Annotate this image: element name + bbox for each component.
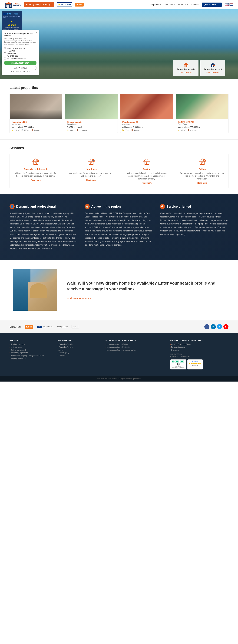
footer-general-title: GENERAL TERMS & CONDITIONS	[170, 340, 229, 341]
footer-nav-item-2[interactable]: › Properties for rent	[58, 346, 99, 348]
footer-service-item-3[interactable]: › Selling your property	[9, 349, 51, 351]
cookie-details-button[interactable]: ▼ DETAILS WEERGEVEN	[4, 71, 36, 73]
partner-vastgoedpro: Vastgoedpro	[57, 326, 68, 328]
partner-funda: funda	[25, 325, 33, 328]
svg-rect-4	[10, 5, 11, 7]
service-readmore-selling[interactable]: Read more	[180, 182, 225, 184]
service-readmore-buying[interactable]: Read more	[124, 182, 169, 184]
property-card-3[interactable]: Merckenburg 36 Amsterdam asking price € …	[120, 94, 173, 133]
latest-properties-title: Latest properties	[9, 86, 229, 90]
cookie-option-3[interactable]: TARGETING	[4, 52, 36, 54]
hero-sale-icon	[177, 62, 195, 67]
flag-nl[interactable]	[230, 3, 233, 6]
footer-general-item-3[interactable]: › Disclaimer	[170, 349, 229, 351]
service-readmore-landlords[interactable]: Read more	[69, 179, 114, 181]
footer-service-item-4[interactable]: › Purchasing a property	[9, 352, 51, 354]
latest-properties-section: Latest properties Heemstede 238 Amstelve…	[0, 79, 238, 140]
mcepi-badge: ★ MCEPI 2024	[57, 2, 72, 7]
service-card-landlords[interactable]: 👤 Landlords Are you looking for a reputa…	[65, 154, 118, 188]
service-card-buying[interactable]: Buying With our knowledge of the local m…	[120, 154, 173, 188]
linkedin-icon[interactable]: in	[211, 324, 216, 329]
nav-services[interactable]: Services ▼	[165, 4, 175, 6]
cookie-option-5[interactable]: NIET-GECLASSIFICEERD	[4, 58, 36, 60]
property-city-2: Amstelveen	[67, 123, 116, 126]
footer-bottom: Powered by Goos & Roos. All rights reser…	[0, 376, 238, 382]
footer-service-item-2[interactable]: › Letting a lease	[9, 346, 51, 348]
service-desc-landlords: Are you looking for a reputable agency t…	[69, 172, 114, 178]
feature-dynamic-title: 👤 Dynamic and professional	[9, 204, 78, 209]
flag-uk[interactable]	[225, 3, 229, 6]
cookie-option-1[interactable]: STRIKT NOODZAKELIJK	[4, 47, 36, 49]
service-card-rental[interactable]: € Property rental search With Amstel Pro…	[9, 154, 62, 188]
nav-contact[interactable]: Contact	[192, 4, 199, 6]
phone-button[interactable]: (+31) 20 561 6211	[202, 2, 222, 7]
footer-navigate-title: NAVIGATE TO	[58, 340, 99, 341]
cookie-accept-button[interactable]: ALLES ACCEPTEREN	[4, 61, 36, 65]
feature-service-title: 👁 Service oriented	[160, 204, 229, 209]
cookie-title: Deze website maakt gebruik van cookies.	[4, 32, 36, 37]
nav-properties[interactable]: Properties ▼	[150, 4, 162, 6]
footer-nav-item-4[interactable]: › Search query	[58, 352, 99, 354]
rental-icon: €	[13, 158, 58, 166]
trustpilot-label: provided by trustpilot	[172, 367, 184, 368]
eye-icon: 👁	[160, 204, 165, 209]
svg-rect-7	[185, 65, 186, 66]
search-profile-image	[13, 269, 57, 311]
service-readmore-rental[interactable]: Read more	[13, 179, 58, 181]
hero-sale-link[interactable]: View properties	[177, 72, 195, 74]
services-section: Services € Property rental search With A…	[0, 140, 238, 194]
social-links: f in t ▶	[204, 324, 229, 329]
footer-services: SERVICES › Renting a property › Letting …	[9, 340, 51, 370]
footer-intl-item-3[interactable]: › Luxury properties international realty…	[106, 349, 164, 351]
footer-service-item-6[interactable]: › Property Appraisals	[9, 358, 51, 360]
property-card-2[interactable]: Eikerodelaan 2 Amstelveen € 8,950 per mo…	[65, 94, 118, 133]
footer-navigate: NAVIGATE TO › Properties for sale › Prop…	[58, 340, 99, 370]
footer-international: INTERNATIONAL REAL ESTATE › Luxury prope…	[106, 340, 164, 370]
svg-rect-14	[34, 161, 38, 164]
svg-rect-20	[91, 163, 92, 164]
features-section: 👤 Dynamic and professional Amstel Proper…	[0, 194, 238, 260]
property-city-1: Amstelveen	[11, 123, 60, 126]
buying-icon	[124, 158, 169, 166]
hero-rent-link[interactable]: View properties	[204, 72, 222, 74]
hero-rent-card[interactable]: € Properties for rent View properties	[200, 60, 225, 76]
footer-nav-item-3[interactable]: › About us	[58, 349, 99, 351]
cookie-option-2[interactable]: PRESTATIE	[4, 50, 36, 52]
footer-general-item-2[interactable]: › Privacy statement	[170, 346, 229, 348]
search-form-link[interactable]: — Fill in our search form	[67, 295, 91, 300]
nav-about[interactable]: About us ▼	[178, 4, 188, 6]
language-flags[interactable]	[225, 3, 233, 6]
promo-button[interactable]: Planning to buy a property?	[24, 2, 54, 7]
footer-service-item-5[interactable]: › Professional Property Management Servi…	[9, 355, 51, 356]
cookie-option-4[interactable]: FUNCTIONEEL	[4, 55, 36, 57]
cookie-reject-button[interactable]: ALLES AFWIJZEN	[4, 66, 36, 70]
properties-grid: Heemstede 238 Amstelveen asking price € …	[9, 94, 229, 133]
service-card-selling[interactable]: Selling We have a large network of poten…	[176, 154, 229, 188]
footer-nav-item-1[interactable]: › Properties for sale	[58, 343, 99, 345]
property-card-4[interactable]: SAINTE MAXIME Saint Tropez asking price …	[176, 94, 229, 133]
footer-intl-item-1[interactable]: › Luxury properties in Malta ↗	[106, 343, 164, 345]
footer-nav-item-5[interactable]: › Contact	[58, 355, 99, 356]
logo[interactable]: AMSTEL PROPERTY	[5, 2, 21, 8]
selling-icon	[180, 158, 225, 166]
twitter-icon[interactable]: t	[217, 324, 222, 329]
facebook-icon[interactable]: f	[204, 324, 210, 329]
footer-service-item-1[interactable]: › Renting a property	[9, 343, 51, 345]
service-title-selling: Selling	[180, 168, 225, 170]
trustpilot-badge: ★ ★ ★ ★ ★ 9.0 4 reviews provided by trus…	[170, 360, 186, 370]
hero-sale-card[interactable]: Properties for sale View properties	[173, 60, 198, 76]
service-title-buying: Buying	[124, 168, 169, 170]
cookie-option-label-3: TARGETING	[7, 52, 16, 54]
services-title: Services	[9, 146, 229, 150]
cookie-banner: ✕ Deze website maakt gebruik van cookies…	[1, 30, 39, 75]
footer-intl-item-2[interactable]: › Luxury properties in Portugal ↗	[106, 346, 164, 348]
youtube-icon[interactable]: ▶	[223, 324, 229, 329]
landlords-icon: 👤	[69, 158, 114, 166]
property-card-1[interactable]: Heemstede 238 Amstelveen asking price € …	[9, 94, 62, 133]
property-meta-3: 📐 80 m² 🚪 4 rooms	[122, 129, 171, 131]
footer-general-item-1[interactable]: › General Brokerage Terms	[170, 343, 229, 345]
cookie-option-label-1: STRIKT NOODZAKELIJK	[7, 48, 25, 49]
svg-rect-24	[145, 161, 149, 164]
service-desc-rental: With Amstel Property Agency you can regi…	[13, 172, 58, 178]
cookie-close-button[interactable]: ✕	[36, 31, 37, 34]
